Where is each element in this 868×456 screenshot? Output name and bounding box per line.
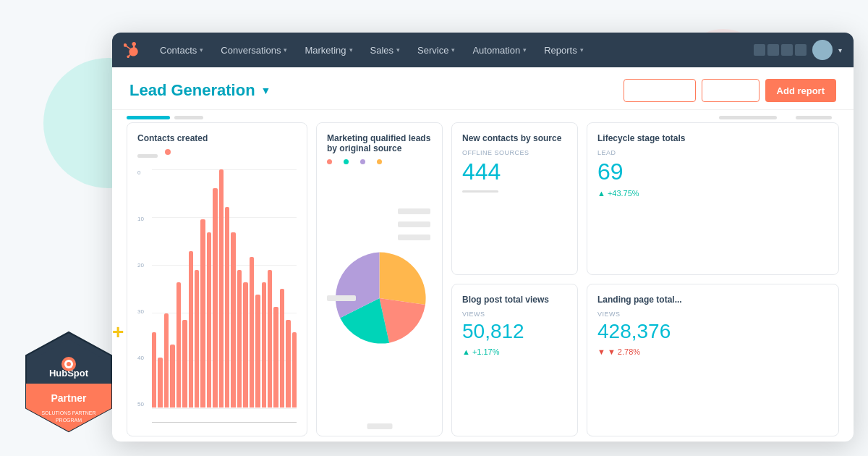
landing-page-change: ▼ ▼ 2.78%: [597, 347, 828, 356]
dashboard-header: Lead Generation ▼ Add report: [112, 67, 854, 110]
svg-text:Partner: Partner: [51, 392, 87, 404]
pie-label-bar-3: [398, 235, 430, 240]
nav-sales[interactable]: Sales ▾: [363, 41, 408, 60]
lifecycle-title: Lifecycle stage totals: [597, 133, 828, 143]
bar-20: [273, 169, 278, 408]
nav-sq3: [781, 44, 793, 56]
bar-0: [152, 169, 156, 408]
bar-8: [200, 169, 205, 408]
bar-fill-11: [219, 169, 224, 408]
bar-15: [243, 169, 247, 408]
contacts-chevron: ▾: [200, 46, 203, 54]
add-report-button[interactable]: Add report: [765, 79, 836, 102]
nav-sq4: [795, 44, 807, 56]
nav-right-area: ▾: [754, 40, 842, 60]
nav-contacts[interactable]: Contacts ▾: [153, 41, 210, 60]
dashboard-grid: Contacts created 50 40 30 20 10: [112, 119, 854, 442]
dashboard-actions: Add report: [624, 79, 836, 102]
bars-container: [137, 169, 297, 422]
plus-icon: +: [112, 321, 124, 344]
user-avatar[interactable]: [812, 40, 833, 60]
bar-fill-10: [213, 188, 217, 408]
bar-fill-17: [255, 295, 260, 408]
bar-11: [219, 169, 224, 408]
pie-legend-1: [327, 159, 335, 164]
bar-23: [292, 169, 297, 408]
sales-chevron: ▾: [396, 46, 400, 54]
navbar: Contacts ▾ Conversations ▾ Marketing ▾ S…: [112, 33, 854, 67]
pie-legend-4: [377, 159, 385, 164]
bar-16: [250, 169, 254, 408]
bar-fill-1: [158, 358, 162, 408]
legend-dot-2: [165, 149, 171, 155]
svg-text:SOLUTIONS PARTNER: SOLUTIONS PARTNER: [41, 410, 95, 415]
bar-fill-13: [231, 232, 235, 408]
bar-21: [280, 169, 284, 408]
action-button-1[interactable]: [624, 79, 696, 102]
pie-bottom-label: [367, 423, 392, 429]
conversations-chevron: ▾: [284, 46, 287, 54]
bar-fill-7: [195, 270, 199, 408]
automation-chevron: ▾: [523, 46, 527, 54]
scroll-thumb-1[interactable]: [127, 116, 170, 119]
bar-fill-4: [176, 282, 181, 408]
bar-13: [231, 169, 235, 408]
nav-marketing[interactable]: Marketing ▾: [297, 41, 359, 60]
bar-fill-3: [170, 345, 174, 408]
blog-views-change: ▲ +1.17%: [462, 347, 567, 356]
bar-12: [225, 169, 229, 408]
landing-page-value: 428,376: [597, 321, 828, 343]
mql-title: Marketing qualified leads by original so…: [327, 133, 432, 153]
legend-dot-1: [137, 149, 158, 162]
scroll-track-3: [796, 116, 832, 119]
bar-10: [213, 169, 217, 408]
bar-fill-16: [250, 257, 254, 408]
new-contacts-subtitle: OFFLINE SOURCES: [462, 149, 567, 156]
bar-1: [158, 169, 162, 408]
scroll-track-2: [719, 116, 777, 119]
landing-down-icon: ▼: [597, 347, 605, 356]
service-chevron: ▾: [451, 46, 455, 54]
new-contacts-card: New contacts by source OFFLINE SOURCES 4…: [451, 122, 578, 275]
lifecycle-subtitle: LEAD: [597, 149, 828, 156]
up-arrow-icon: ▲: [597, 189, 605, 198]
bar-22: [286, 169, 290, 408]
bar-fill-12: [225, 207, 229, 408]
lifecycle-stage-card: Lifecycle stage totals LEAD 69 ▲ +43.75%: [587, 122, 839, 275]
bar-fill-2: [164, 313, 169, 408]
mql-source-card: Marketing qualified leads by original so…: [316, 122, 443, 436]
nav-reports[interactable]: Reports ▾: [537, 41, 591, 60]
pie-legend-3: [360, 159, 368, 164]
bar-fill-14: [237, 270, 242, 408]
bar-3: [170, 169, 174, 408]
svg-point-9: [67, 362, 71, 366]
chart-legend: [137, 149, 297, 162]
landing-page-card: Landing page total... VIEWS 428,376 ▼ ▼ …: [587, 284, 839, 436]
blog-up-icon: ▲: [462, 347, 470, 356]
blog-views-subtitle: VIEWS: [462, 311, 567, 318]
nav-conversations[interactable]: Conversations ▾: [213, 41, 294, 60]
action-button-2[interactable]: [702, 79, 760, 102]
bar-fill-0: [152, 332, 156, 408]
bar-14: [237, 169, 242, 408]
reports-chevron: ▾: [580, 46, 584, 54]
hubspot-logo[interactable]: [124, 41, 141, 59]
bar-9: [207, 169, 211, 408]
pie-legend-2: [344, 159, 352, 164]
bar-chart-area: 50 40 30 20 10 0: [137, 169, 297, 426]
bar-17: [255, 169, 260, 408]
nav-service[interactable]: Service ▾: [410, 41, 462, 60]
nav-automation[interactable]: Automation ▾: [465, 41, 534, 60]
contacts-created-title: Contacts created: [137, 133, 297, 143]
bar-18: [262, 169, 266, 408]
svg-marker-2: [26, 384, 111, 431]
pie-dot-3: [360, 159, 365, 164]
pie-dot-2: [344, 159, 349, 164]
landing-page-title: Landing page total...: [597, 295, 828, 305]
new-contacts-title: New contacts by source: [462, 133, 567, 143]
title-chevron[interactable]: ▼: [261, 85, 271, 96]
bar-5: [182, 169, 187, 408]
pie-label-bar-2: [398, 221, 430, 227]
new-contacts-divider: [462, 190, 498, 193]
top-scrollbar-area: [112, 110, 854, 119]
